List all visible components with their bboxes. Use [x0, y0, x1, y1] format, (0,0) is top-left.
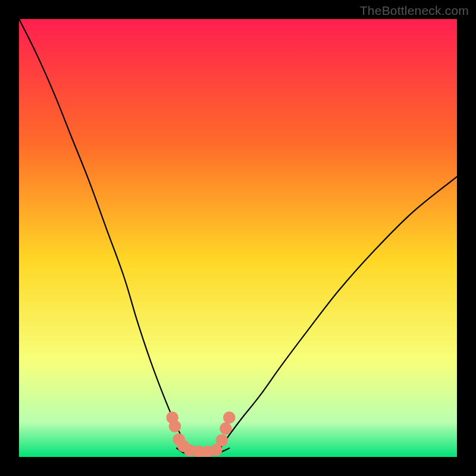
- watermark-text: TheBottleneck.com: [360, 4, 469, 18]
- figure-root: TheBottleneck.com: [0, 0, 476, 476]
- valley-marker: [215, 434, 228, 447]
- plot-area: [19, 19, 457, 457]
- chart-svg: [19, 19, 457, 457]
- gradient-background: [19, 19, 457, 457]
- valley-marker: [169, 420, 181, 433]
- valley-marker: [223, 411, 236, 424]
- valley-marker: [220, 422, 232, 435]
